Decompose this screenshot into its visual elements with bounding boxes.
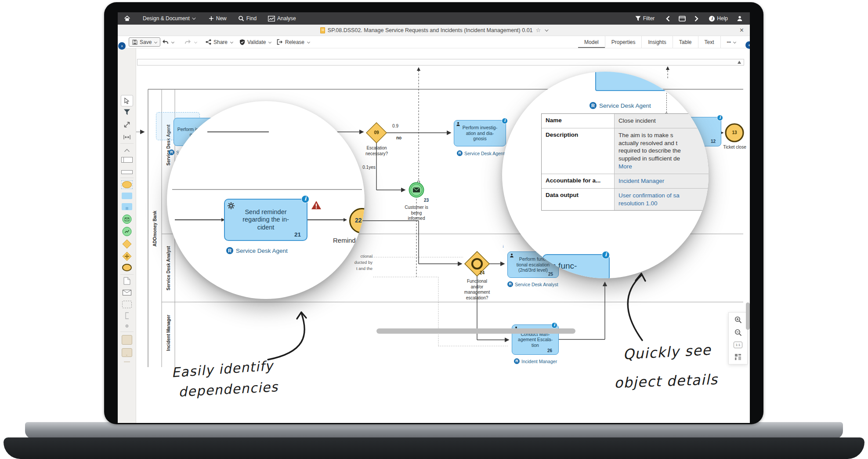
zoom-fit-button[interactable] [734,353,741,361]
close-model-button[interactable]: × [740,26,744,34]
shape-event-selected[interactable] [121,180,133,189]
nav-design-document[interactable]: Design & Document [138,12,199,25]
event-23-shape[interactable] [409,183,424,197]
user-icon [737,15,743,22]
envelope-glyph [124,218,129,221]
nav-windows-button[interactable] [674,12,690,25]
release-button[interactable]: Release [277,37,310,47]
shape-escalation-event[interactable] [122,227,131,236]
tool-connector[interactable] [123,121,130,130]
gateway-24-shape[interactable] [465,251,489,276]
tool-spacing[interactable] [123,134,130,142]
favorite-star-icon[interactable]: ☆ [536,27,541,33]
tab-insights-label: Insights [648,39,666,45]
role-badge: R [590,102,597,109]
editor-toolbar: Save Share Validate Release [118,36,750,48]
nav-new-button[interactable]: New [204,12,231,25]
detail-row-data-output: Data output User confirmation of sa reso… [542,189,709,211]
release-chevron-icon [307,40,310,44]
nav-prev-button[interactable] [662,12,674,25]
right-panel-expander[interactable]: ‹ [745,41,750,49]
shape-gateway[interactable] [122,239,132,251]
tool-select-cursor[interactable] [121,95,133,106]
tab-text[interactable]: Text [698,36,721,48]
nav-analyse-button[interactable]: Analyse [264,12,300,25]
more-link[interactable]: More [618,163,632,170]
data-output-link[interactable]: User confirmation of sa resolution 1.00 [618,192,680,207]
info-icon[interactable]: i [602,251,610,259]
info-icon: i [709,16,715,22]
event-13-shape[interactable] [726,124,743,142]
vertical-scrollbar[interactable] [746,302,750,330]
save-button[interactable]: Save [129,37,160,47]
zoom-in-button[interactable] [734,316,742,324]
role-label: Service Desk Agent [236,248,288,254]
view-tabs: Model Properties Insights Table Text ••• [578,36,742,48]
accountable-link[interactable]: Incident Manager [618,178,664,184]
undo-button[interactable] [162,37,174,47]
tab-insights[interactable]: Insights [642,36,673,48]
nav-help-button[interactable]: i Help [705,12,732,25]
validate-label: Validate [247,39,266,45]
nav-filter-button[interactable]: Filter [631,12,659,25]
shape-document[interactable] [123,277,130,287]
home-button[interactable] [118,12,135,25]
tab-model[interactable]: Model [578,36,605,48]
tool-filter[interactable] [123,109,130,117]
search-icon [238,15,244,22]
share-button[interactable]: Share [206,37,233,47]
shape-lane[interactable] [121,168,133,176]
document-icon [123,277,130,285]
fit-screen-icon [734,353,741,361]
model-title[interactable]: SP.08.DSS02. Manage Service Requests and… [328,27,533,33]
shape-end-event[interactable] [122,264,132,271]
tab-properties[interactable]: Properties [605,36,642,48]
lane-shape-icon [121,170,133,174]
magnifier-dependencies: Send reminder regarding the in- cident i… [167,101,365,299]
zoom-actual-size-button[interactable]: 1:1 [734,342,742,348]
nav-profile-button[interactable] [732,12,750,25]
tab-table[interactable]: Table [673,36,698,48]
palette-divider [120,143,134,144]
shape-group[interactable] [122,301,132,308]
shape-it-system[interactable] [122,335,132,345]
magnifier-object-details: RService Desk Agent Name Close incident … [502,72,709,278]
shape-message-event[interactable] [122,215,131,224]
redo-button[interactable] [184,37,197,47]
shield-check-icon [239,39,245,45]
tab-more[interactable]: ••• [721,36,742,48]
shape-pool[interactable] [121,157,133,164]
horizontal-scrollbar[interactable] [376,328,575,334]
nav-analyse-label: Analyse [277,15,296,22]
spacing-icon [123,135,130,140]
nav-next-button[interactable] [690,12,703,25]
zoom-out-button[interactable] [734,329,742,336]
shape-task[interactable] [122,193,132,199]
shape-annotation[interactable] [125,312,129,321]
nav-find-label: Find [246,15,257,22]
shape-subprocess[interactable] [122,203,132,210]
left-panel-expander[interactable]: › [118,42,126,50]
detail-label: Data output [542,189,615,211]
gateway-09-shape[interactable] [366,123,387,143]
shape-parallel-gateway[interactable] [122,251,132,263]
chevron-right-icon [694,16,698,22]
palette-collapse-up[interactable] [124,146,130,154]
shape-dot[interactable] [125,324,128,328]
shape-it-system-2[interactable]: ▫ [122,348,132,357]
nav-filter-label: Filter [643,15,655,22]
canvas-zoom-panel: 1:1 [728,312,748,364]
flow-into-reminder [175,219,221,220]
info-icon[interactable]: i [301,195,309,203]
title-chevron-down-icon[interactable] [545,28,548,31]
warning-icon[interactable] [311,200,322,210]
nav-find-button[interactable]: Find [234,12,261,25]
validate-button[interactable]: Validate [239,37,271,47]
model-canvas[interactable]: ADOmoney Bank Service Desk Agent Service… [136,48,750,423]
undo-chevron-icon [171,40,174,44]
chevron-left-icon [666,16,670,22]
role-label: Service Desk Agent [599,102,651,109]
model-doc-icon [320,27,325,33]
shape-envelope[interactable] [123,289,131,297]
detail-label: Name [542,114,615,128]
